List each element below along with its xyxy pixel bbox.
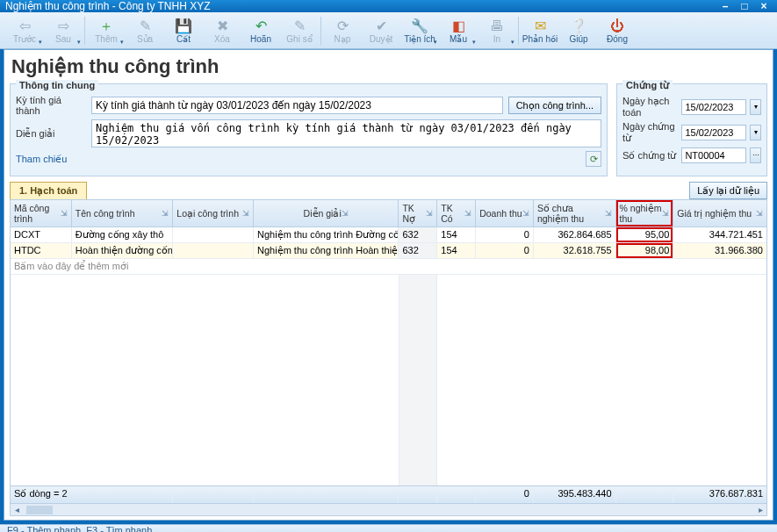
edit-button[interactable]: ✎Sửa [126,14,164,47]
col-tkco[interactable]: TK Có⇲ [437,200,476,226]
scroll-thumb[interactable] [26,506,53,514]
posting-date-input[interactable] [681,99,746,115]
panel-voucher: Chứng từ Ngày hạch toán ▾ Ngày chứng từ … [616,83,767,176]
panel-general-legend: Thông tin chung [16,80,98,90]
statusbar-text: F9 - Thêm nhanh, F3 - Tìm nhanh [7,525,152,532]
prev-button[interactable]: ⇦Trước▾ [5,14,44,47]
reload-button[interactable]: ⟳Nạp [323,14,362,47]
col-ma[interactable]: Mã công trình⇲ [11,200,72,226]
book-icon: ✎ [294,18,306,34]
titlebar: Nghiệm thu công trình - Công ty TNHH XYZ… [0,0,777,12]
voucher-date-dropdown[interactable]: ▾ [750,125,761,140]
reload-data-button[interactable]: Lấy lại dữ liệu [689,182,767,199]
next-button[interactable]: ⇨Sau▾ [44,14,83,47]
tab-hachtoan[interactable]: 1. Hạch toán [10,182,87,199]
grid: Mã công trình⇲ Tên công trình⇲ Loại công… [10,199,767,516]
refresh-reference-button[interactable]: ⟳ [586,151,601,167]
feedback-button[interactable]: ✉Phản hồi [521,14,559,47]
delete-button[interactable]: ✖Xóa [203,14,241,47]
description-input[interactable]: Nghiệm thu giá vốn công trình kỳ tính gi… [91,119,601,147]
pin-icon: ⇲ [662,209,669,218]
close-icon[interactable]: × [756,0,772,12]
help-button[interactable]: ❔Giúp [559,14,598,47]
save-button[interactable]: 💾Cất [164,14,203,47]
col-sochua[interactable]: Số chưa nghiệm thu⇲ [534,200,616,226]
power-icon: ⏻ [610,18,624,34]
scroll-left-icon[interactable]: ◂ [11,505,23,514]
pin-icon: ⇲ [61,209,68,218]
col-diengiai[interactable]: Diễn giải⇲ [254,200,399,226]
content: Nghiệm thu công trình Thông tin chung Kỳ… [4,49,773,521]
voucher-date-input[interactable] [681,125,746,140]
footer-rowcount: Số dòng = 2 [11,486,173,503]
grid-footer: Số dòng = 2 0 395.483.440 376.687.831 [11,485,766,503]
horizontal-scrollbar[interactable]: ◂ ▸ [11,503,766,515]
toolbar: ⇦Trước▾ ⇨Sau▾ ＋Thêm▾ ✎Sửa 💾Cất ✖Xóa ↶Hoã… [0,12,777,49]
undo-button[interactable]: ↶Hoãn [241,14,280,47]
reference-link[interactable]: Tham chiếu [16,154,86,165]
minimize-icon[interactable]: – [717,0,733,12]
scroll-right-icon[interactable]: ▸ [754,505,766,514]
pencil-icon: ✎ [140,18,151,34]
period-label: Kỳ tính giá thành [16,95,86,116]
maximize-icon[interactable]: □ [737,0,752,12]
voucher-no-input[interactable] [681,147,746,163]
col-phantram[interactable]: % nghiệm thu⇲ [616,200,674,226]
pin-icon: ⇲ [162,209,169,218]
col-loai[interactable]: Loại công trình⇲ [173,200,254,226]
choose-project-button[interactable]: Chọn công trình... [508,97,601,114]
window-controls: – □ × [717,0,772,12]
panel-general: Thông tin chung Kỳ tính giá thành Chọn c… [10,83,608,176]
close-button[interactable]: ⏻Đóng [598,14,637,47]
panel-voucher-legend: Chứng từ [622,80,673,91]
arrow-right-icon: ⇨ [58,18,69,34]
voucher-no-button[interactable]: ⋯ [750,147,761,163]
chevron-down-icon: ▾ [77,39,81,46]
arrow-left-icon: ⇦ [19,18,31,34]
pin-icon: ⇲ [242,209,249,218]
undo-icon: ↶ [255,18,267,34]
col-giatri[interactable]: Giá trị nghiệm thu⇲ [673,200,766,226]
plus-icon: ＋ [99,18,113,34]
add-button[interactable]: ＋Thêm▾ [87,14,126,47]
col-doanhthu[interactable]: Doanh thu⇲ [476,200,534,226]
period-input[interactable] [91,97,503,114]
chevron-down-icon: ▾ [472,39,476,46]
printer-icon: 🖶 [490,18,504,34]
posting-date-label: Ngày hạch toán [622,96,678,118]
pin-icon: ⇲ [342,209,349,218]
wrench-icon: 🔧 [411,18,428,34]
voucher-date-label: Ngày chứng từ [622,121,678,144]
posting-date-dropdown[interactable]: ▾ [750,99,761,115]
pin-icon: ⇲ [464,209,471,218]
refresh-icon: ⟳ [337,18,349,34]
print-button[interactable]: 🖶In▾ [478,14,516,47]
window-title: Nghiệm thu công trình - Công ty TNHH XYZ [5,0,717,12]
save-icon: 💾 [175,18,192,34]
voucher-no-label: Số chứng từ [622,150,678,162]
footer-doanhthu: 0 [476,486,534,503]
chevron-down-icon: ▾ [511,39,514,46]
col-tkno[interactable]: TK Nợ⇲ [399,200,437,226]
table-row[interactable]: HTDC Hoàn thiện đường cống Nghiệm thu cô… [11,243,766,259]
pin-icon: ⇲ [605,209,612,218]
help-icon: ❔ [570,18,587,34]
col-ten[interactable]: Tên công trình⇲ [72,200,174,226]
table-row[interactable]: DCXT Đường cống xây thô Nghiệm thu công … [11,227,766,243]
refresh-icon: ⟳ [590,154,598,165]
post-button[interactable]: ✎Ghi sổ [280,14,319,47]
trash-icon: ✖ [217,18,228,34]
template-button[interactable]: ◧Mẫu▾ [439,14,478,47]
grid-body[interactable]: DCXT Đường cống xây thô Nghiệm thu công … [11,227,766,485]
check-icon: ✔ [376,18,387,34]
approve-button[interactable]: ✔Duyệt [362,14,400,47]
add-row[interactable]: Bấm vào đây để thêm mới [11,259,766,275]
footer-giatri: 376.687.831 [673,486,766,503]
description-label: Diễn giải [16,128,86,140]
chevron-down-icon: ▾ [434,39,437,46]
page-title: Nghiệm thu công trình [4,50,773,83]
pin-icon: ⇲ [426,209,433,218]
template-icon: ◧ [452,18,465,34]
pin-icon: ⇲ [756,209,763,218]
util-button[interactable]: 🔧Tiện ích▾ [400,14,439,47]
